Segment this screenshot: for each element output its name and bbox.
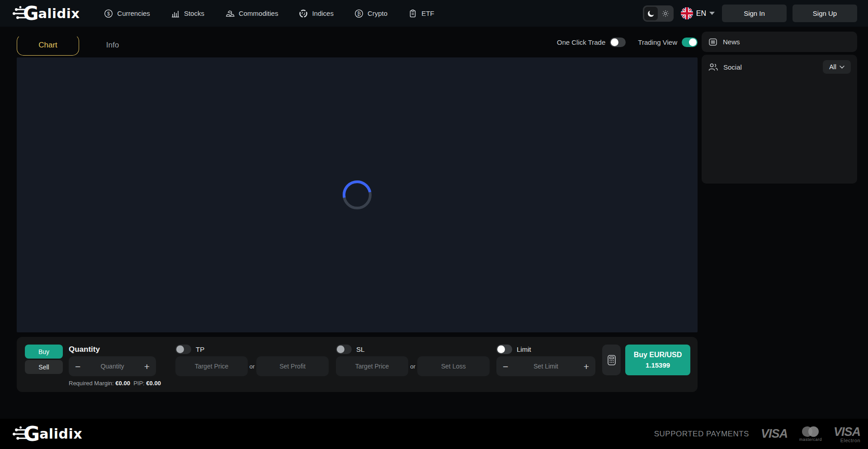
menu-item-crypto[interactable]: ₿ Crypto	[354, 9, 387, 18]
brand-letter: G	[24, 424, 40, 444]
one-click-trade-group: One Click Trade	[557, 38, 626, 47]
chart-panel	[17, 57, 698, 332]
one-click-trade-label: One Click Trade	[557, 38, 606, 46]
limit-toggle[interactable]	[496, 345, 512, 354]
sign-in-button[interactable]: Sign In	[722, 5, 787, 22]
menu-label: Stocks	[184, 9, 204, 17]
language-selector[interactable]: EN	[681, 7, 715, 19]
toggle-knob	[497, 345, 505, 353]
brand-name: alidix	[39, 426, 82, 442]
menu-item-stocks[interactable]: Stocks	[171, 9, 204, 18]
clipboard-icon	[408, 9, 417, 18]
quantity-increase-button[interactable]: +	[144, 362, 150, 371]
toggle-knob	[689, 38, 697, 46]
limit-increase-button[interactable]: +	[584, 362, 589, 371]
bitcoin-icon: ₿	[354, 9, 363, 18]
chart-toolbar: One Click Trade Trading View	[557, 38, 698, 47]
tp-target-price-input[interactable]	[175, 356, 248, 376]
tp-set-profit-input[interactable]	[256, 356, 329, 376]
limit-group: Limit − +	[496, 345, 595, 376]
visa-electron-logo: VISA Electron	[834, 425, 860, 443]
sl-target-price-input[interactable]	[336, 356, 408, 376]
trading-view-toggle[interactable]	[682, 38, 698, 47]
dark-mode-button[interactable]	[644, 7, 658, 20]
tab-chart[interactable]: Chart	[17, 34, 79, 56]
payments-row: SUPPORTED PAYMENTS VISA mastercard VISA …	[654, 425, 860, 443]
sl-label: SL	[356, 345, 364, 353]
tab-info[interactable]: Info	[92, 34, 133, 56]
menu-label: Currencies	[117, 9, 150, 17]
visa-logo: VISA	[761, 427, 788, 441]
tabs-row: Chart Info One Click Trade Trading View	[17, 27, 698, 57]
sl-toggle[interactable]	[336, 345, 352, 354]
menu-label: Crypto	[368, 9, 387, 17]
tp-or-label: or	[248, 363, 256, 370]
quantity-decrease-button[interactable]: −	[75, 362, 80, 371]
limit-stepper: − +	[496, 356, 595, 376]
limit-label: Limit	[517, 345, 531, 353]
chevron-down-icon	[709, 12, 715, 15]
social-panel-header: Social All	[708, 60, 851, 74]
trading-view-label: Trading View	[638, 38, 677, 46]
one-click-trade-toggle[interactable]	[610, 38, 626, 47]
submit-instrument: Buy EUR/USD	[634, 351, 682, 359]
limit-decrease-button[interactable]: −	[503, 362, 508, 371]
social-panel: Social All	[702, 55, 857, 184]
bar-chart-icon	[171, 9, 180, 18]
side-selector: Buy Sell	[25, 345, 63, 374]
language-code: EN	[696, 9, 706, 18]
visa-electron-word: VISA	[834, 425, 860, 439]
take-profit-group: TP or	[175, 345, 329, 376]
tp-toggle[interactable]	[175, 345, 191, 354]
visa-electron-sub: Electron	[840, 438, 860, 443]
toggle-knob	[611, 38, 618, 46]
tp-label: TP	[196, 345, 204, 353]
required-margin-label: Required Margin:	[69, 380, 114, 387]
required-margin-value: €0.00	[115, 380, 130, 387]
social-users-icon	[708, 62, 718, 72]
chevron-down-icon	[840, 66, 844, 69]
social-label: Social	[723, 63, 742, 71]
buy-side-button[interactable]: Buy	[25, 345, 63, 359]
social-filter-value: All	[829, 63, 836, 71]
sl-or-label: or	[408, 363, 417, 370]
calculator-button[interactable]	[602, 345, 621, 375]
quantity-input[interactable]	[80, 363, 144, 370]
trading-view-group: Trading View	[638, 38, 698, 47]
pie-chart-icon	[299, 9, 308, 18]
toggle-knob	[176, 345, 184, 353]
toggle-knob	[337, 345, 344, 353]
menu-item-currencies[interactable]: $ Currencies	[104, 9, 150, 18]
sign-up-button[interactable]: Sign Up	[793, 5, 857, 22]
moon-icon	[647, 9, 655, 18]
social-filter-dropdown[interactable]: All	[823, 60, 851, 74]
theme-switch	[643, 5, 674, 22]
svg-text:$: $	[107, 11, 110, 16]
sell-side-button[interactable]: Sell	[25, 360, 63, 374]
limit-input[interactable]	[508, 363, 583, 370]
gold-bars-icon	[225, 9, 235, 18]
loading-spinner	[342, 180, 373, 210]
menu-item-etf[interactable]: ETF	[408, 9, 434, 18]
svg-text:₿: ₿	[357, 11, 361, 17]
menu-label: ETF	[421, 9, 434, 17]
brand-name: alidix	[38, 6, 80, 21]
content-area: Chart Info One Click Trade Trading View	[0, 27, 868, 392]
light-mode-button[interactable]	[659, 7, 672, 20]
news-panel-header[interactable]: News	[702, 32, 857, 52]
trade-panel: Buy Sell Quantity − + Required Margin: €…	[17, 337, 698, 392]
submit-order-button[interactable]: Buy EUR/USD 1.15399	[625, 345, 690, 375]
mastercard-logo: mastercard	[799, 426, 822, 442]
menu-item-indices[interactable]: Indices	[299, 9, 334, 18]
dollar-circle-icon: $	[104, 9, 113, 18]
news-icon	[708, 37, 718, 47]
menu-item-commodities[interactable]: Commodities	[225, 9, 278, 18]
menu-label: Commodities	[239, 9, 278, 17]
calculator-icon	[607, 354, 617, 366]
nav-right: EN Sign In Sign Up	[643, 5, 857, 22]
brand-logo[interactable]: Galidix	[13, 4, 80, 24]
pip-value: €0.00	[146, 380, 161, 387]
sl-set-loss-input[interactable]	[417, 356, 490, 376]
quantity-stepper: − +	[69, 356, 156, 376]
right-sidebar: News Social All	[702, 27, 857, 392]
